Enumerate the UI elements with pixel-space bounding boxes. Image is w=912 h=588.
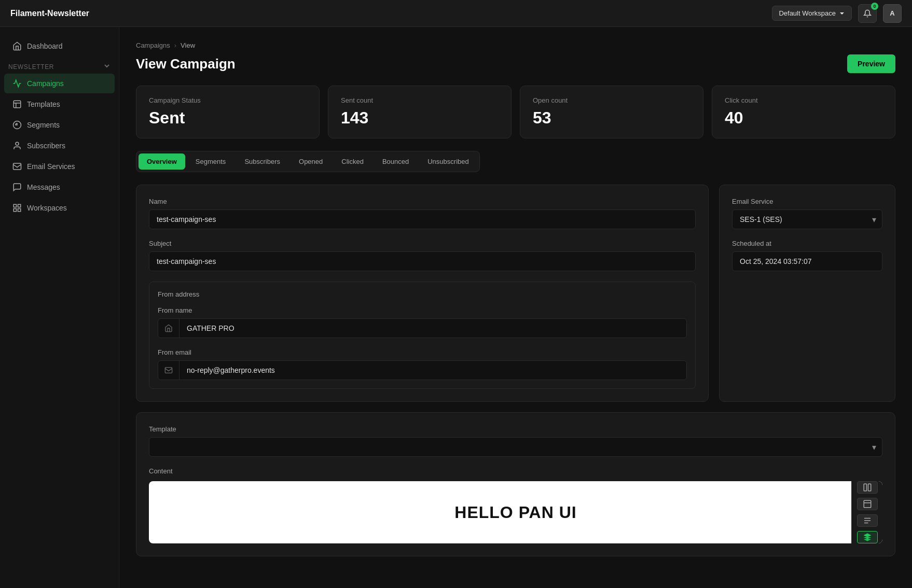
stat-value-click: 40 — [725, 108, 882, 128]
sidebar-item-subscribers[interactable]: Subscribers — [4, 136, 115, 156]
stat-card-sent: Sent count 143 — [328, 86, 512, 138]
home-input-icon — [158, 319, 179, 338]
content-tool-text[interactable] — [857, 514, 878, 527]
stat-value-sent: 143 — [341, 108, 499, 128]
svg-rect-12 — [868, 484, 870, 491]
tab-segments[interactable]: Segments — [187, 153, 234, 170]
envelope-icon — [164, 366, 173, 374]
tabs-bar: Overview Segments Subscribers Opened Cli… — [136, 151, 480, 172]
sidebar-item-label: Workspaces — [27, 204, 67, 212]
breadcrumb-parent[interactable]: Campaigns — [136, 41, 170, 49]
sidebar-item-email-services[interactable]: Email Services — [4, 157, 115, 176]
content-tool-special[interactable] — [857, 531, 878, 543]
sidebar-item-workspaces[interactable]: Workspaces — [4, 198, 115, 218]
page-header: View Campaign Preview — [136, 54, 895, 73]
sidebar-item-label: Segments — [27, 121, 60, 129]
from-address-label: From address — [158, 290, 687, 298]
subscribers-icon — [12, 141, 22, 150]
name-input[interactable] — [149, 209, 696, 229]
form-group-content: Content HELLO PAN UI — [149, 467, 882, 543]
avatar-button[interactable]: A — [883, 4, 902, 23]
tab-clicked[interactable]: Clicked — [333, 153, 372, 170]
tab-bounced[interactable]: Bounced — [374, 153, 417, 170]
tab-overview[interactable]: Overview — [139, 153, 185, 170]
sidebar-item-dashboard[interactable]: Dashboard — [4, 36, 115, 56]
sidebar-item-templates[interactable]: Templates — [4, 94, 115, 114]
main-layout: Dashboard Newsletter Campaigns Templates — [0, 27, 912, 588]
form-label-content: Content — [149, 467, 882, 475]
svg-rect-11 — [864, 484, 866, 491]
subject-input[interactable] — [149, 251, 696, 271]
notification-button[interactable]: 0 — [858, 4, 877, 23]
tab-opened[interactable]: Opened — [291, 153, 331, 170]
from-address-box: From address From name — [149, 282, 696, 389]
template-card: Template Content HELLO PAN UI — [136, 412, 895, 556]
tab-unsubscribed[interactable]: Unsubscribed — [419, 153, 477, 170]
stat-label-click: Click count — [725, 96, 882, 104]
svg-rect-13 — [864, 500, 871, 508]
stat-value-open: 53 — [533, 108, 690, 128]
sidebar-item-label: Campaigns — [27, 79, 64, 88]
content-preview: HELLO PAN UI — [149, 481, 882, 543]
content-tool-layout[interactable] — [857, 498, 878, 510]
template-select[interactable] — [149, 437, 882, 457]
content-toolbar — [851, 481, 882, 543]
svg-rect-6 — [13, 204, 16, 207]
sidebar-item-campaigns[interactable]: Campaigns — [4, 74, 115, 93]
campaigns-icon — [12, 79, 22, 88]
preview-button[interactable]: Preview — [847, 54, 895, 73]
tab-subscribers[interactable]: Subscribers — [236, 153, 288, 170]
stats-row: Campaign Status Sent Sent count 143 Open… — [136, 86, 895, 138]
breadcrumb: Campaigns › View — [136, 41, 895, 49]
content-tool-columns[interactable] — [857, 481, 878, 494]
svg-point-4 — [16, 142, 19, 145]
sidebar-item-messages[interactable]: Messages — [4, 177, 115, 197]
stat-card-open: Open count 53 — [520, 86, 703, 138]
chevron-down-icon — [839, 10, 845, 17]
template-select-wrapper — [149, 437, 882, 457]
form-label-scheduled-at: Scheduled at — [732, 240, 882, 247]
stat-value-status: Sent — [149, 108, 307, 128]
sidebar-section-label: Newsletter — [8, 63, 54, 71]
form-group-from-name: From name — [158, 306, 687, 338]
stat-label-sent: Sent count — [341, 96, 499, 104]
layout-icon — [863, 499, 872, 509]
house-icon — [164, 324, 173, 332]
notification-badge: 0 — [871, 3, 878, 10]
topbar-right: Default Workspace 0 A — [772, 4, 902, 23]
bell-icon — [863, 9, 872, 18]
from-name-input[interactable] — [179, 319, 686, 338]
stat-label-open: Open count — [533, 96, 690, 104]
workspaces-icon — [12, 203, 22, 213]
form-group-email-service: Email Service SES-1 (SES) — [732, 198, 882, 229]
svg-rect-8 — [13, 209, 16, 212]
sidebar-section-newsletter: Newsletter — [0, 62, 119, 72]
text-icon — [863, 516, 872, 525]
from-name-input-wrapper — [158, 318, 687, 338]
form-label-email-service: Email Service — [732, 198, 882, 205]
from-email-input[interactable] — [179, 361, 686, 380]
messages-icon — [12, 183, 22, 192]
scheduled-at-input[interactable] — [732, 251, 882, 271]
form-group-name: Name — [149, 198, 696, 229]
sidebar-section-chevron[interactable] — [103, 62, 110, 72]
form-label-from-email: From email — [158, 348, 687, 356]
workspace-button[interactable]: Default Workspace — [772, 6, 852, 21]
sidebar-item-segments[interactable]: Segments — [4, 115, 115, 135]
columns-icon — [863, 483, 872, 492]
email-services-icon — [12, 162, 22, 171]
svg-rect-10 — [165, 368, 172, 373]
form-card-left: Name Subject From address From name — [136, 185, 709, 402]
envelope-input-icon — [158, 361, 179, 380]
form-group-template: Template — [149, 425, 882, 457]
special-icon — [863, 533, 872, 542]
segments-icon — [12, 120, 22, 130]
templates-icon — [12, 100, 22, 109]
form-group-scheduled-at: Scheduled at — [732, 240, 882, 271]
email-service-select[interactable]: SES-1 (SES) — [732, 209, 882, 229]
form-label-name: Name — [149, 198, 696, 205]
topbar: Filament-Newsletter Default Workspace 0 … — [0, 0, 912, 27]
sidebar-item-label: Email Services — [27, 162, 75, 171]
svg-rect-9 — [18, 209, 21, 212]
app-title: Filament-Newsletter — [10, 9, 89, 18]
